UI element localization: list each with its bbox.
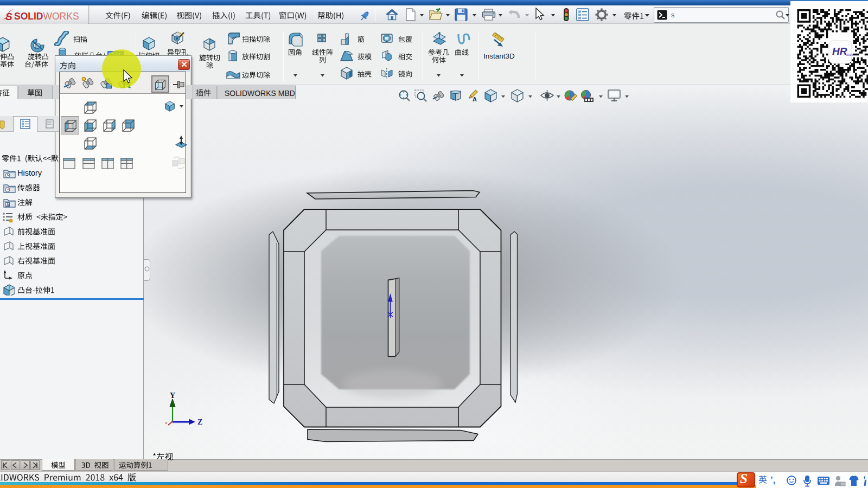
svg-text:A: A [7,202,10,207]
svg-text:2016: 2016 [846,53,853,56]
svg-text:A: A [473,96,477,102]
svg-text:HR: HR [832,46,847,57]
svg-text:x: x [165,420,168,425]
svg-text:S: S [5,11,12,22]
svg-text:Z: Z [197,418,202,426]
svg-text:’,: ’, [770,475,775,485]
svg-text:SOLIDWORKS: SOLIDWORKS [14,11,79,22]
